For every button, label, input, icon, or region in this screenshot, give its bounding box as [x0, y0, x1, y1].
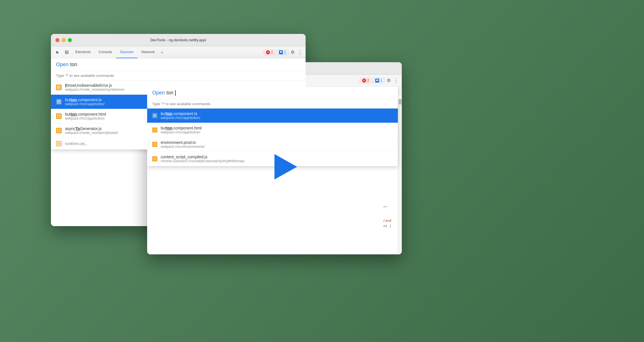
cp-item-name-3-back: button.component.html — [65, 112, 106, 116]
cp-input-row-front[interactable]: Open ton — [147, 86, 398, 99]
cp-hint-back: Type '?' to see available commands — [51, 71, 306, 80]
fullscreen-button-back[interactable] — [68, 38, 72, 42]
error-badge-back[interactable]: ✕ 2 — [263, 49, 276, 55]
file-icon-3-front — [152, 142, 157, 147]
tab-network-back[interactable]: Network — [138, 46, 159, 58]
cp-item-info-2-front: button.component.html webpack:///src/app… — [161, 126, 202, 134]
file-icon-1-back — [56, 85, 62, 90]
command-palette-front: Open ton Type '?' to see available comma… — [147, 86, 398, 166]
svg-rect-10 — [57, 115, 60, 118]
error-count-back: 2 — [271, 50, 273, 54]
tab-elements-back[interactable]: Elements — [71, 46, 95, 58]
cp-item-path-4-back: webpack:///node_modules/@babel/ — [65, 131, 118, 135]
info-count-back: 1 — [284, 50, 286, 54]
error-count-front: 2 — [367, 79, 369, 83]
cp-item-path-2-front: webpack:///src/app/button/ — [161, 130, 202, 134]
code-arrow: => — [383, 204, 398, 209]
cp-item-name-2-back: button.component.ts — [65, 98, 105, 102]
settings-icon-front[interactable]: ⚙ — [385, 77, 393, 85]
file-icon-2-back — [56, 99, 62, 105]
svg-rect-12 — [57, 129, 60, 132]
more-options-icon-front[interactable]: ⋮ — [393, 77, 400, 85]
svg-rect-20 — [154, 129, 156, 131]
titlebar-back: DevTools - ng-devtools.netlify.app/ — [51, 34, 306, 46]
error-icon-front: ✕ — [362, 79, 366, 83]
cp-open-label-front: Open — [152, 90, 165, 96]
scrollbar-thumb-front[interactable] — [399, 99, 402, 105]
cp-item-3-front[interactable]: environment.prod.ts webpack:///src/envir… — [147, 137, 398, 152]
cp-input-text-back: ton — [70, 62, 77, 68]
cp-item-info-2-back: button.component.ts webpack:///src/app/b… — [65, 98, 105, 106]
cp-item-info-3-back: button.component.html webpack:///src/app… — [65, 112, 106, 120]
cursor-icon-back[interactable] — [53, 48, 62, 57]
inspect-icon-back[interactable] — [62, 48, 71, 57]
svg-rect-21 — [154, 143, 156, 146]
cp-item-name-1-front: button.component.ts — [161, 111, 200, 116]
error-icon-back: ✕ — [266, 50, 270, 54]
cp-item-path-1-front: webpack:///src/app/button/ — [161, 116, 200, 120]
svg-rect-23 — [154, 158, 156, 160]
info-badge-front[interactable]: 💬 1 — [373, 78, 385, 83]
arrow-icon — [274, 154, 297, 179]
cp-item-path-2-back: webpack:///src/app/button/ — [65, 102, 105, 106]
file-icon-3-back — [56, 113, 62, 119]
svg-rect-0 — [65, 51, 68, 54]
info-badge-back[interactable]: 💬 1 — [276, 49, 289, 55]
info-count-front: 1 — [380, 79, 382, 83]
cp-input-row-back[interactable]: Open ton — [51, 58, 306, 71]
cp-cursor-front — [175, 90, 176, 96]
error-badge-front[interactable]: ✕ 2 — [360, 78, 372, 83]
tabbar-back: Elements Console Sources Network » ✕ 2 💬… — [51, 46, 306, 58]
tab-sources-back[interactable]: Sources — [116, 46, 138, 58]
cp-item-1-front[interactable]: button.component.ts webpack:///src/app/b… — [147, 109, 398, 123]
info-icon-front: 💬 — [375, 79, 379, 83]
cp-item-info-1-back: throwUnobservableError.js webpack:///nod… — [65, 83, 124, 92]
cp-item-name-4-back: asyncToGenerator.js — [65, 126, 118, 131]
code-x: +x | — [383, 224, 398, 229]
cp-item-name-2-front: button.component.html — [161, 126, 202, 130]
file-icon-4-front — [152, 156, 157, 161]
cp-item-name-3-front: environment.prod.ts — [161, 140, 205, 145]
cp-item-path-1-back: webpack:///node_modules/rxjs/dist/esm — [65, 88, 124, 92]
close-button-back[interactable] — [55, 38, 59, 42]
minimize-button-back[interactable] — [62, 38, 66, 42]
cp-item-4-front[interactable]: content_script_compiled.js chrome-extens… — [147, 152, 398, 166]
file-icon-4-back — [56, 128, 62, 133]
svg-rect-17 — [154, 114, 156, 117]
file-icon-5-back — [56, 141, 62, 146]
cp-item-path-3-back: webpack:///src/app/button/ — [65, 116, 106, 120]
svg-rect-13 — [57, 142, 60, 145]
tab-console-back[interactable]: Console — [95, 46, 116, 58]
code-rand: rand — [383, 218, 398, 224]
cp-item-name-5-back: runtime.cej... — [65, 141, 88, 146]
cp-item-path-4-front: chrome-extension://noondiphcddnnabmjcihc… — [161, 159, 244, 163]
cp-item-info-4-back: asyncToGenerator.js webpack:///node_modu… — [65, 126, 118, 135]
cp-hint-front: Type '?' to see available commands — [147, 99, 398, 109]
cp-item-info-4-front: content_script_compiled.js chrome-extens… — [161, 155, 244, 163]
cp-item-name-1-back: throwUnobservableError.js — [65, 83, 124, 88]
cp-item-info-3-front: environment.prod.ts webpack:///src/envir… — [161, 140, 205, 149]
window-title-back: DevTools - ng-devtools.netlify.app/ — [150, 38, 206, 42]
cp-item-name-4-front: content_script_compiled.js — [161, 155, 244, 159]
cp-item-path-3-front: webpack:///src/environments/ — [161, 145, 205, 149]
info-icon-back: 💬 — [279, 50, 283, 54]
cp-item-info-5-back: runtime.cej... — [65, 141, 88, 146]
traffic-lights-back — [55, 38, 72, 42]
tab-more-back[interactable]: » — [159, 48, 165, 56]
cp-input-text-front: ton — [166, 90, 173, 96]
arrow-indicator — [274, 154, 297, 179]
cp-item-2-front[interactable]: button.component.html webpack:///src/app… — [147, 123, 398, 137]
file-icon-1-front — [152, 113, 157, 118]
file-icon-2-front — [152, 127, 157, 133]
cp-open-label-back: Open — [56, 62, 68, 68]
more-options-icon-back[interactable]: ⋮ — [297, 48, 303, 56]
cp-item-info-1-front: button.component.ts webpack:///src/app/b… — [161, 111, 200, 120]
scrollbar-front[interactable] — [398, 98, 402, 254]
settings-icon-back[interactable]: ⚙ — [289, 48, 297, 56]
